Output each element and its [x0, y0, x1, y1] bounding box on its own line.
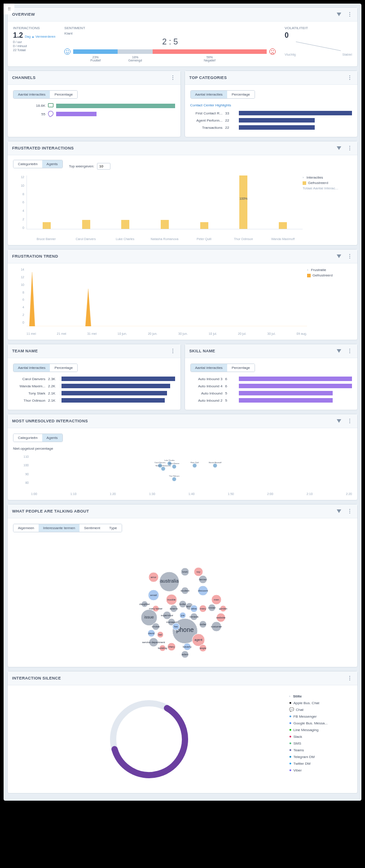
volatility-stat: VOLATILITEIT 0 VluchtigStabiel	[285, 26, 352, 56]
agent-bar[interactable]	[279, 222, 287, 229]
svg-text:bel: bel	[158, 633, 162, 636]
tab-agents[interactable]: Agents	[42, 160, 62, 168]
svg-text:adam: adam	[181, 653, 188, 656]
bar-row[interactable]: Tony Stark2.1K	[13, 391, 175, 395]
tab-terms[interactable]: Interessante termen	[39, 524, 79, 532]
bar-row[interactable]: Auto Inbound 46	[190, 384, 352, 388]
more-icon[interactable]	[347, 75, 353, 81]
svg-point-48	[104, 694, 194, 784]
silence-legend-item[interactable]: ●FB Messenger	[289, 714, 347, 719]
bar-row[interactable]: Wanda Maxim...2.2K	[13, 384, 175, 388]
tab-count[interactable]: Aantal interacties	[191, 91, 227, 98]
tab-pct[interactable]: Percentage	[50, 364, 77, 372]
silence-legend-item[interactable]: ●Teams	[289, 748, 347, 752]
unresolved-title: MOST UNRESOLVED INTERACTIONS	[12, 419, 88, 423]
silence-legend-item[interactable]: ●Viber	[289, 768, 347, 772]
tab-sentiment[interactable]: Sentiment	[79, 524, 105, 532]
tab-agents[interactable]: Agents	[42, 434, 62, 442]
team-panel: TEAM NAME Aantal interactiesPercentage C…	[7, 344, 181, 410]
svg-text:mary: mary	[200, 607, 206, 610]
filter-icon[interactable]	[336, 11, 342, 18]
filter-icon[interactable]	[336, 508, 342, 514]
agent-bar[interactable]	[161, 220, 169, 229]
bar-row[interactable]: Agent Perform...22	[190, 118, 352, 123]
more-icon[interactable]	[347, 508, 353, 514]
tab-general[interactable]: Algemeen	[13, 524, 39, 532]
bar-row[interactable]: Auto Inbound 36	[190, 377, 352, 381]
silence-legend-item[interactable]: ●Google Bus. Messa...	[289, 721, 347, 725]
bar-row[interactable]: Auto Inbound 25	[190, 398, 352, 403]
agent-bar[interactable]	[121, 220, 129, 229]
more-icon[interactable]	[347, 253, 353, 259]
svg-text:fee: fee	[174, 625, 178, 628]
silence-legend-item[interactable]: ●Line Messaging	[289, 728, 347, 732]
silence-legend-item[interactable]: ●Slack	[289, 734, 347, 739]
silence-legend-item[interactable]: ●Twitter DM	[289, 761, 347, 766]
topcat-link[interactable]: Contact Center Highlights	[190, 103, 352, 107]
svg-text:joe: joe	[180, 614, 185, 617]
skill-panel: SKILL NAME Aantal interactiesPercentage …	[185, 344, 358, 410]
tab-categories[interactable]: Categorieën	[13, 434, 42, 442]
channel-row[interactable]: 18.6K	[13, 103, 175, 108]
more-icon[interactable]	[347, 675, 353, 681]
svg-text:Luke Charles: Luke Charles	[164, 460, 175, 461]
more-icon[interactable]	[347, 418, 353, 424]
agent-bar[interactable]	[82, 220, 90, 229]
filter-icon[interactable]	[336, 348, 342, 354]
filter-icon[interactable]	[336, 418, 342, 424]
bar-row[interactable]: First Contact R...33	[190, 111, 352, 115]
app-menu-toggle[interactable]: ⠿	[4, 4, 14, 14]
tab-categories[interactable]: Categorieën	[13, 160, 42, 168]
silence-legend-item[interactable]: ●Telegram DM	[289, 754, 347, 759]
svg-text:trouble: trouble	[167, 598, 176, 601]
silence-legend-item[interactable]: ●Apple Bus. Chat	[289, 701, 347, 705]
bar-row[interactable]: Auto Inbound5	[190, 391, 352, 395]
scatter-point[interactable]	[172, 465, 176, 469]
sentiment-stat: SENTIMENT Klant 2 : 5 23%Positief 18%Gem…	[64, 26, 276, 62]
tab-count[interactable]: Aantal interacties	[191, 364, 227, 372]
channel-row[interactable]: 55	[13, 111, 175, 117]
svg-text:daughter: daughter	[139, 603, 150, 605]
svg-text:man: man	[214, 598, 219, 601]
tab-type[interactable]: Type	[105, 524, 121, 532]
svg-line-0	[296, 42, 341, 51]
svg-text:building: building	[158, 647, 167, 649]
tab-count[interactable]: Aantal interacties	[13, 91, 50, 98]
more-icon[interactable]	[170, 75, 176, 81]
tab-pct[interactable]: Percentage	[50, 91, 77, 98]
scatter-point[interactable]	[172, 477, 176, 481]
svg-text:dollar: dollar	[199, 623, 206, 626]
svg-text:brett: brett	[182, 570, 187, 573]
tab-pct[interactable]: Percentage	[227, 364, 255, 372]
tab-count[interactable]: Aantal interacties	[13, 364, 50, 372]
more-icon[interactable]	[170, 348, 176, 354]
filter-icon[interactable]	[336, 145, 342, 151]
scatter-point[interactable]	[161, 467, 165, 471]
channels-panel: CHANNELS Aantal interacties Percentage 1…	[7, 70, 181, 137]
filter-icon[interactable]	[336, 253, 342, 259]
silence-legend-item[interactable]: ●SMS	[289, 741, 347, 745]
svg-text:email: email	[150, 594, 156, 596]
topcat-title: TOP CATEGORIES	[189, 75, 227, 80]
svg-text:service department: service department	[142, 641, 165, 644]
agent-bar[interactable]	[200, 222, 208, 229]
bar-row[interactable]: Carol Danvers2.3K	[13, 377, 175, 381]
more-icon[interactable]	[347, 145, 353, 151]
tab-pct[interactable]: Percentage	[227, 91, 255, 98]
bar-row[interactable]: Thor Odinson2.1K	[13, 398, 175, 403]
unresolved-panel: MOST UNRESOLVED INTERACTIONS Categorieën…	[7, 414, 358, 500]
silence-donut	[104, 694, 194, 784]
topcat-panel: TOP CATEGORIES Aantal interacties Percen…	[185, 70, 358, 137]
svg-text:butler: butler	[179, 603, 186, 605]
topn-input[interactable]	[97, 163, 110, 170]
more-icon[interactable]	[347, 11, 353, 18]
scatter-point[interactable]	[193, 464, 197, 468]
agent-bar[interactable]	[43, 222, 51, 229]
svg-text:student: student	[180, 589, 189, 592]
overview-panel: OVERVIEW INTERACTIONS 1.2 Dag ▲ Vermeerd…	[7, 7, 358, 67]
bar-row[interactable]: Transactions22	[190, 125, 352, 130]
scatter-point[interactable]	[213, 464, 217, 468]
more-icon[interactable]	[347, 348, 353, 354]
silence-legend-item[interactable]: 💬Chat	[289, 707, 347, 712]
agent-bar[interactable]: 100%	[239, 175, 247, 229]
